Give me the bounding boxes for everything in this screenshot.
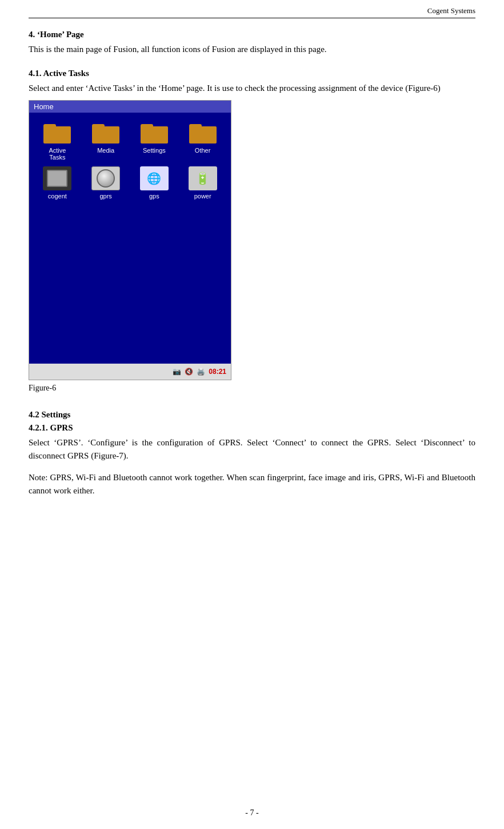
figure6-container: Home Active Tasks [29,100,231,401]
settings-label: Settings [143,147,166,154]
active-tasks-label: Active Tasks [49,147,66,161]
gprs-label: gprs [99,193,111,200]
power-icon-shape: 🔋 [189,166,217,190]
cogent-label: cogent [48,193,67,200]
page-container: Cogent Systems 4. ‘Home’ Page This is th… [0,0,504,829]
gprs-icon-shape [91,166,120,190]
gps-label: gps [149,193,159,200]
power-icon-item: 🔋 power [179,164,226,202]
media-folder-icon [91,121,120,145]
status-bar: 📷 🔇 🖨️ 08:21 [29,364,231,380]
status-icon-1: 📷 [173,368,181,376]
media-icon-item: Media [82,118,130,163]
power-label: power [194,193,211,200]
active-tasks-icon-item: Active Tasks [34,118,81,163]
other-icon-item: Other [179,118,226,163]
icon-grid: Active Tasks Media [29,113,231,208]
gprs-icon-item: gprs [82,164,130,202]
home-bar: Home [29,101,231,113]
settings-folder-icon [140,121,169,145]
cogent-icon-item: cogent [34,164,81,202]
figure6-caption: Figure-6 [29,384,231,393]
home-bar-label: Home [34,102,54,111]
media-label: Media [97,147,114,154]
section42-title: 4.2 Settings [29,410,475,420]
company-name: Cogent Systems [427,6,475,15]
gprs-disk [97,169,115,188]
gps-app-icon: 🌐 [140,166,169,190]
cogent-app-icon [43,166,71,190]
settings-icon-item: Settings [131,118,178,163]
gps-icon-item: 🌐 gps [131,164,178,202]
cogent-icon-shape [43,166,71,190]
other-label: Other [195,147,211,154]
section4-title: 4. ‘Home’ Page [29,30,475,39]
section421-title: 4.2.1. GPRS [29,423,475,433]
section41-title: 4.1. Active Tasks [29,69,475,78]
gps-icon-shape: 🌐 [140,166,169,190]
section4-body: This is the main page of Fusion, all fun… [29,43,475,56]
status-time: 08:21 [209,368,226,376]
gprs-app-icon [91,166,120,190]
note-body: Note: GPRS, Wi-Fi and Bluetooth cannot w… [29,471,475,497]
status-icon-2: 🔇 [185,368,193,376]
section421-body: Select ‘GPRS’. ‘Configure’ is the config… [29,436,475,462]
other-folder-icon [189,121,217,145]
active-tasks-folder-icon [43,121,71,145]
status-icon-3: 🖨️ [197,368,205,376]
figure6-image: Home Active Tasks [29,100,231,380]
section41-body: Select and enter ‘Active Tasks’ in the ‘… [29,82,475,95]
header: Cogent Systems [29,6,475,18]
footer-page: - 7 - [29,808,475,818]
power-app-icon: 🔋 [189,166,217,190]
